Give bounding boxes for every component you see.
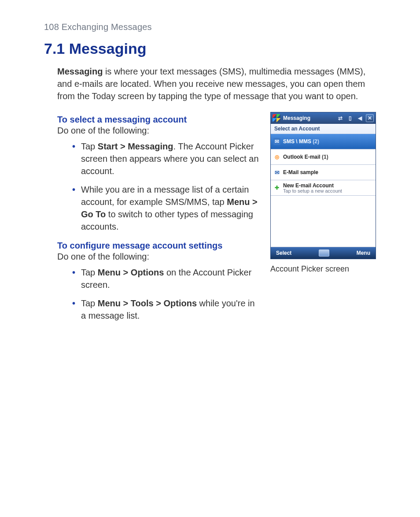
- step-pre: While you are in a message list of a cer…: [81, 185, 249, 207]
- start-icon[interactable]: [273, 114, 280, 122]
- intro-rest: is where your text messages (SMS), multi…: [57, 67, 365, 101]
- figure-column: Messaging ⇄ ▯ ◀ ✕ Select an Account ✉: [270, 112, 376, 274]
- step-pre: Tap: [81, 141, 98, 151]
- mail-icon: ✉: [273, 169, 280, 176]
- document-page: 108 Exchanging Messages 7.1 Messaging Me…: [0, 0, 420, 517]
- steps-select-account: Tap Start > Messaging. The Account Picke…: [57, 140, 259, 233]
- subhead-select-account: To select a messaging account: [57, 115, 259, 125]
- account-row-sms[interactable]: ✉ SMS \ MMS (2): [271, 134, 376, 149]
- outlook-icon: ◎: [273, 153, 280, 160]
- lead-select-account: Do one of the following:: [57, 126, 259, 136]
- titlebar-title: Messaging: [283, 115, 337, 121]
- account-row-email-sample[interactable]: ✉ E-Mail sample: [271, 165, 376, 180]
- sms-icon: ✉: [273, 138, 280, 145]
- account-list: ✉ SMS \ MMS (2) ◎ Outlook E-mail: [271, 134, 376, 247]
- running-head: 108 Exchanging Messages: [44, 22, 376, 32]
- step-pre: Tap: [81, 268, 98, 277]
- connectivity-icon[interactable]: ⇄: [337, 115, 344, 122]
- step-item: While you are in a message list of a cer…: [72, 183, 259, 233]
- step-post: to switch to other types of messaging ac…: [81, 209, 253, 231]
- text-column: To select a messaging account Do one of …: [57, 110, 259, 330]
- content-columns: To select a messaging account Do one of …: [57, 110, 376, 330]
- intro-paragraph: Messaging is where your text messages (S…: [57, 65, 374, 102]
- row-label: New E-mail Account: [283, 182, 342, 189]
- row-count: (2): [313, 138, 319, 145]
- step-bold: Menu > Tools > Options: [98, 298, 197, 308]
- list-empty-space: [271, 196, 376, 247]
- account-row-outlook[interactable]: ◎ Outlook E-mail (1): [271, 149, 376, 165]
- close-icon[interactable]: ✕: [366, 114, 374, 122]
- softkey-menu[interactable]: Menu: [357, 250, 370, 256]
- signal-icon[interactable]: ▯: [346, 115, 354, 122]
- step-item: Tap Menu > Tools > Options while you're …: [72, 297, 259, 322]
- new-account-icon: ✚: [273, 184, 280, 191]
- step-item: Tap Start > Messaging. The Account Picke…: [72, 140, 259, 177]
- figure-caption: Account Picker screen: [270, 264, 376, 274]
- device-titlebar: Messaging ⇄ ▯ ◀ ✕: [271, 112, 376, 124]
- step-bold: Menu > Options: [98, 268, 164, 277]
- lead-configure: Do one of the following:: [57, 252, 259, 262]
- device-subbar: Select an Account: [271, 124, 376, 134]
- device-screenshot: Messaging ⇄ ▯ ◀ ✕ Select an Account ✉: [270, 112, 376, 259]
- row-subtext: Tap to setup a new account: [283, 188, 342, 193]
- device-bottombar: Select Menu: [271, 247, 376, 259]
- step-pre: Tap: [81, 298, 98, 308]
- volume-icon[interactable]: ◀: [356, 115, 363, 122]
- subhead-configure: To configure message account settings: [57, 241, 259, 251]
- keyboard-icon[interactable]: [319, 249, 329, 257]
- steps-configure: Tap Menu > Options on the Account Picker…: [57, 266, 259, 322]
- row-label: E-Mail sample: [283, 169, 318, 175]
- section-title: 7.1 Messaging: [44, 40, 376, 57]
- row-label: SMS \ MMS: [283, 138, 311, 145]
- softkey-select[interactable]: Select: [276, 250, 291, 256]
- intro-lead-bold: Messaging: [57, 67, 103, 76]
- row-count: (1): [322, 154, 328, 160]
- account-row-new-account[interactable]: ✚ New E-mail Account Tap to setup a new …: [271, 180, 376, 196]
- row-label: Outlook E-mail: [283, 154, 321, 160]
- step-item: Tap Menu > Options on the Account Picker…: [72, 266, 259, 291]
- step-bold: Start > Messaging: [98, 141, 173, 151]
- titlebar-icons: ⇄ ▯ ◀ ✕: [337, 114, 374, 122]
